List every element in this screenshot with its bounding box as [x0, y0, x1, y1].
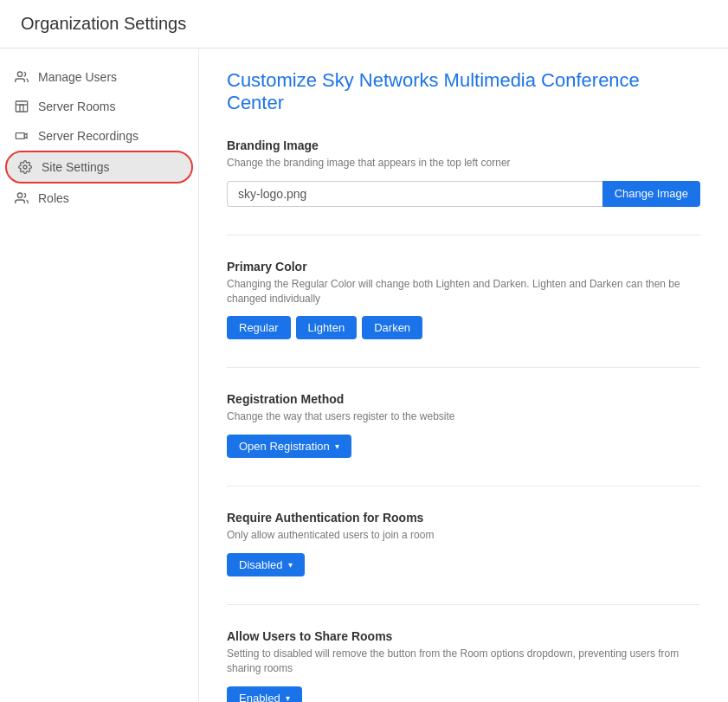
branding-section: Branding Image Change the branding image…	[227, 138, 700, 207]
svg-point-4	[17, 193, 22, 197]
svg-point-0	[17, 72, 22, 76]
darken-color-button[interactable]: Darken	[362, 316, 422, 339]
svg-point-3	[23, 165, 27, 169]
registration-method-label: Registration Method	[227, 392, 700, 406]
sidebar-item-manage-users[interactable]: Manage Users	[0, 62, 198, 92]
branding-row: Change Image	[227, 181, 700, 207]
share-rooms-description: Setting to disabled will remove the butt…	[227, 647, 700, 676]
sidebar-item-site-settings[interactable]: Site Settings	[7, 152, 191, 182]
sidebar-label-server-rooms: Server Rooms	[38, 100, 115, 113]
regular-color-button[interactable]: Regular	[227, 316, 291, 339]
sidebar-label-roles: Roles	[38, 191, 69, 205]
registration-method-section: Registration Method Change the way that …	[227, 392, 700, 458]
layout: Manage Users Server Rooms Server Recordi…	[0, 48, 728, 702]
open-registration-button[interactable]: Open Registration ▾	[227, 435, 351, 458]
require-auth-arrow: ▾	[288, 560, 293, 570]
gear-icon	[17, 159, 33, 175]
svg-rect-2	[16, 133, 24, 139]
branding-label: Branding Image	[227, 138, 700, 152]
branding-description: Change the branding image that appears i…	[227, 156, 700, 171]
primary-color-section: Primary Color Changing the Regular Color…	[227, 260, 700, 340]
share-rooms-section: Allow Users to Share Rooms Setting to di…	[227, 629, 700, 702]
share-rooms-button[interactable]: Enabled ▾	[227, 686, 302, 702]
divider-3	[227, 486, 700, 486]
sidebar-item-server-recordings[interactable]: Server Recordings	[0, 121, 198, 151]
building-icon	[14, 99, 29, 114]
svg-rect-1	[16, 101, 27, 112]
require-auth-button[interactable]: Disabled ▾	[227, 553, 305, 576]
primary-color-description: Changing the Regular Color will change b…	[227, 277, 700, 306]
roles-icon	[14, 190, 29, 206]
color-buttons-group: Regular Lighten Darken	[227, 316, 700, 339]
main-content: Customize Sky Networks Multimedia Confer…	[199, 48, 728, 702]
change-image-button[interactable]: Change Image	[602, 181, 700, 207]
lighten-color-button[interactable]: Lighten	[296, 316, 358, 339]
open-registration-label: Open Registration	[239, 440, 330, 453]
divider-4	[227, 604, 700, 605]
registration-method-description: Change the way that users register to th…	[227, 409, 700, 424]
sidebar-item-roles[interactable]: Roles	[0, 184, 198, 213]
require-auth-description: Only allow authenticated users to join a…	[227, 528, 700, 543]
video-icon	[14, 128, 29, 144]
users-icon	[14, 69, 29, 85]
customize-title: Customize Sky Networks Multimedia Confer…	[227, 69, 700, 114]
sidebar-label-manage-users: Manage Users	[38, 70, 117, 84]
require-auth-section: Require Authentication for Rooms Only al…	[227, 511, 700, 576]
divider-1	[227, 235, 700, 235]
open-registration-arrow: ▾	[335, 441, 339, 451]
share-rooms-label: Allow Users to Share Rooms	[227, 629, 700, 643]
sidebar-label-site-settings: Site Settings	[42, 160, 110, 174]
require-auth-label: Require Authentication for Rooms	[227, 511, 700, 525]
page-header: Organization Settings	[0, 0, 728, 48]
sidebar: Manage Users Server Rooms Server Recordi…	[0, 48, 199, 702]
page-title-header: Organization Settings	[21, 14, 707, 34]
share-rooms-arrow: ▾	[286, 693, 290, 702]
require-auth-value: Disabled	[239, 558, 283, 571]
divider-2	[227, 367, 700, 368]
primary-color-label: Primary Color	[227, 260, 700, 274]
sidebar-label-server-recordings: Server Recordings	[38, 129, 139, 143]
share-rooms-value: Enabled	[239, 692, 280, 702]
branding-input[interactable]	[227, 181, 602, 207]
sidebar-item-server-rooms[interactable]: Server Rooms	[0, 92, 198, 121]
